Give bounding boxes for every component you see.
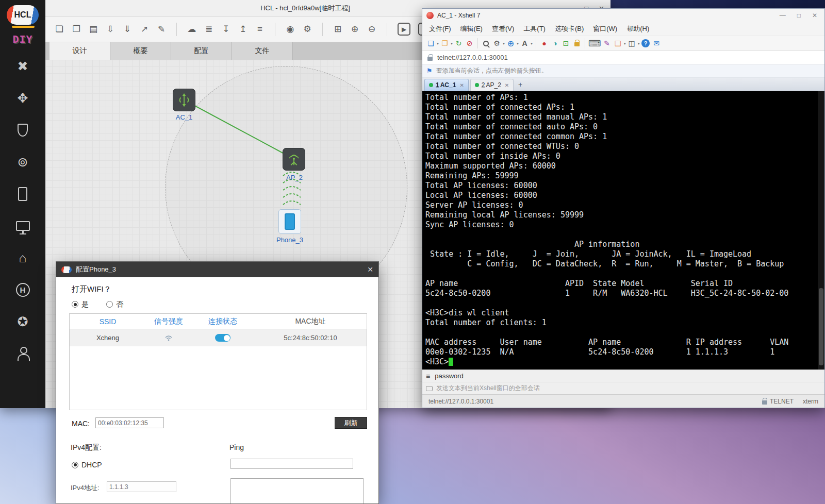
caret-icon[interactable]: ▾ <box>638 41 640 46</box>
dialog-close-icon[interactable]: ✕ <box>367 265 373 274</box>
dhcp-radio-circle[interactable] <box>72 462 78 468</box>
record-icon[interactable]: ● <box>539 38 549 49</box>
user-icon[interactable] <box>0 342 45 365</box>
ipv4-address-input[interactable] <box>107 481 176 492</box>
radio-yes-circle[interactable] <box>72 301 78 308</box>
tab-close-icon[interactable]: ✕ <box>459 82 464 88</box>
new-topology-icon[interactable]: ❏ <box>53 23 66 36</box>
monitor-icon[interactable] <box>0 214 45 237</box>
menu-help[interactable]: 帮助(H) <box>622 24 654 33</box>
layers-icon[interactable]: ≣ <box>202 23 216 36</box>
open-folder-icon[interactable]: ▤ <box>87 23 100 36</box>
caret-icon[interactable]: ▾ <box>624 41 626 46</box>
radio-no[interactable]: 否 <box>106 300 123 309</box>
help-icon[interactable]: ? <box>641 38 651 49</box>
compose-input[interactable] <box>435 372 824 380</box>
globe-icon[interactable]: ⊕ <box>506 38 516 49</box>
device-phone[interactable] <box>278 209 301 234</box>
menu-view[interactable]: 查看(V) <box>487 24 519 33</box>
badge-icon[interactable]: ✪ <box>0 310 45 333</box>
ping-result-area[interactable] <box>230 478 364 504</box>
maximize-icon[interactable]: □ <box>797 12 801 19</box>
mac-input[interactable] <box>95 417 164 428</box>
session-tab-ap2[interactable]: 2AP_2 ✕ <box>470 79 514 91</box>
new-tab-button[interactable]: + <box>515 79 525 90</box>
tab-config[interactable]: 配置 <box>171 42 232 60</box>
xshell-titlebar[interactable]: AC_1 - Xshell 7 — □ ✕ <box>422 9 824 22</box>
menu-edit[interactable]: 编辑(E) <box>456 24 487 33</box>
refresh-button[interactable]: 刷新 <box>335 417 367 429</box>
mobile-device-icon[interactable] <box>0 182 45 205</box>
wifi-row[interactable]: Xcheng 5c:24:8c:50:02:10 <box>70 329 367 346</box>
terminal-scrollbar[interactable] <box>818 91 824 369</box>
packet-capture-icon[interactable]: ◉ <box>284 23 297 36</box>
home-icon[interactable]: ⌂ <box>0 246 45 269</box>
connect-toggle[interactable] <box>215 334 230 342</box>
h3c-icon[interactable]: H <box>0 278 45 301</box>
keyboard-icon[interactable]: ⌨ <box>588 38 601 49</box>
run-icon[interactable]: ▶ <box>398 23 410 36</box>
reconnect-icon[interactable]: ↻ <box>454 38 464 49</box>
open-topology-icon[interactable]: ❐ <box>70 23 83 36</box>
wireless-icon[interactable]: ⊚ <box>0 150 45 173</box>
menu-tabs[interactable]: 选项卡(B) <box>550 24 588 33</box>
caret-icon[interactable]: ▾ <box>451 41 453 46</box>
message-icon[interactable]: ✉ <box>652 38 662 49</box>
device-list-icon[interactable]: ≡ <box>253 23 267 36</box>
dhcp-radio[interactable]: DHCP <box>72 461 102 469</box>
device-ac[interactable] <box>173 89 195 111</box>
ping-input[interactable] <box>230 459 353 469</box>
tab-files[interactable]: 文件 <box>232 42 293 60</box>
open-sessions-icon[interactable]: ❐ <box>440 38 450 49</box>
grid-view-icon[interactable]: ⊞ <box>331 23 344 36</box>
hcl-logo-icon[interactable]: HCL <box>7 5 39 25</box>
terminal[interactable]: Total number of APs: 1 Total number of c… <box>422 91 824 369</box>
zoom-in-icon[interactable]: ⊕ <box>348 23 361 36</box>
move-icon[interactable]: ✥ <box>0 87 45 109</box>
cloud-sync-icon[interactable]: ☁ <box>185 23 199 36</box>
search-icon[interactable] <box>481 38 491 49</box>
font-icon[interactable]: A <box>520 38 530 49</box>
close-icon[interactable]: ✕ <box>812 12 817 19</box>
edit-note-icon[interactable]: ✎ <box>155 23 168 36</box>
minimize-icon[interactable]: — <box>780 12 786 19</box>
save-as-icon[interactable]: ⇓ <box>121 23 134 36</box>
save-icon[interactable]: ⇩ <box>104 23 117 36</box>
dialog-titlebar[interactable]: 配置Phone_3 ✕ <box>56 262 378 277</box>
disconnect-icon[interactable]: ⊘ <box>465 38 474 49</box>
tab-design[interactable]: 设计 <box>50 42 110 60</box>
lock-icon[interactable] <box>572 38 582 49</box>
session-tab-ac1[interactable]: 1AC_1 ✕ <box>424 79 469 91</box>
new-session-icon[interactable]: ❏ <box>426 38 436 49</box>
send-all-bar[interactable]: 发送文本到当前Xshell窗口的全部会话 <box>422 382 824 394</box>
security-icon[interactable] <box>0 119 45 141</box>
scrollbar-thumb[interactable] <box>819 288 823 365</box>
radio-yes[interactable]: 是 <box>72 300 89 309</box>
menu-file[interactable]: 文件(F) <box>424 24 456 33</box>
highlighter-icon[interactable]: ✎ <box>602 38 612 49</box>
diy-icon[interactable]: DIY <box>12 33 32 45</box>
device-ap[interactable] <box>283 148 305 171</box>
radio-no-circle[interactable] <box>106 301 113 308</box>
export-image-icon[interactable]: ↗ <box>138 23 151 36</box>
import-config-icon[interactable]: ↧ <box>219 23 233 36</box>
hamburger-icon[interactable]: ≡ <box>426 372 430 380</box>
zoom-out-icon[interactable]: ⊖ <box>365 23 378 36</box>
tab-layout-icon[interactable]: ◫ <box>627 38 637 49</box>
properties-icon[interactable]: ⚙ <box>492 38 502 49</box>
tab-close-icon[interactable]: ✕ <box>505 82 509 88</box>
color-scheme-icon[interactable]: ◑ <box>550 38 560 49</box>
menu-tools[interactable]: 工具(T) <box>519 24 550 33</box>
connections-icon[interactable]: ✖ <box>0 55 45 77</box>
caret-icon[interactable]: ▾ <box>531 41 533 46</box>
caret-icon[interactable]: ▾ <box>517 41 519 46</box>
settings-icon[interactable]: ⚙ <box>301 23 314 36</box>
export-config-icon[interactable]: ↥ <box>236 23 250 36</box>
caret-icon[interactable]: ▾ <box>437 41 439 46</box>
caret-icon[interactable]: ▾ <box>503 41 505 46</box>
fullscreen-icon[interactable]: ⊡ <box>561 38 571 49</box>
new-window-icon[interactable]: ❑ <box>613 38 623 49</box>
menu-window[interactable]: 窗口(W) <box>588 24 622 33</box>
tab-summary[interactable]: 概要 <box>110 42 171 60</box>
address-bar[interactable]: telnet://127.0.0.1:30001 <box>422 51 824 64</box>
